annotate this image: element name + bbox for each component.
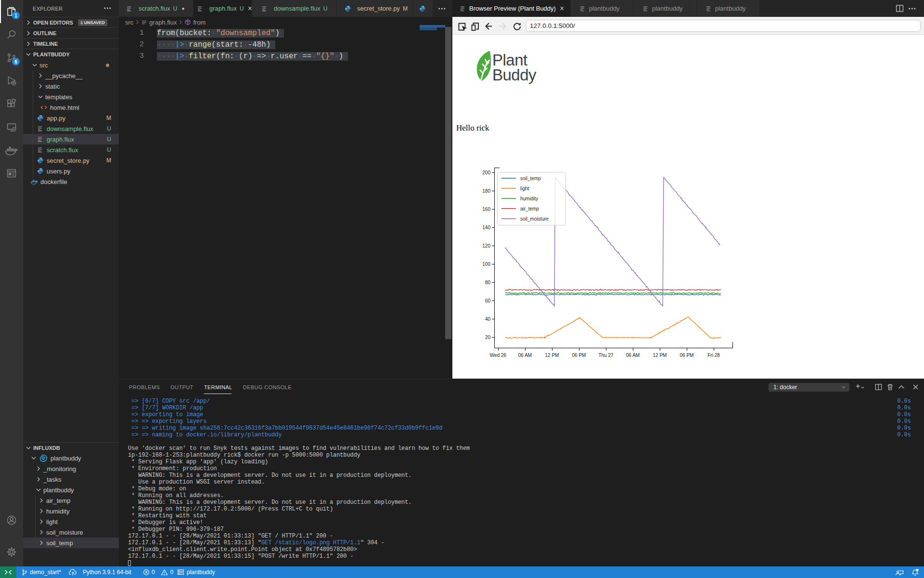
svg-text:200: 200: [482, 170, 490, 175]
svg-text:Thu 27: Thu 27: [598, 353, 614, 358]
svg-text:06 AM: 06 AM: [518, 353, 532, 358]
svg-text:06 PM: 06 PM: [572, 353, 586, 358]
svg-text:soil_moisture: soil_moisture: [520, 216, 549, 222]
svg-text:100: 100: [482, 262, 490, 267]
svg-text:140: 140: [482, 225, 490, 230]
svg-text:air_temp: air_temp: [520, 206, 539, 211]
svg-text:40: 40: [485, 316, 491, 322]
svg-text:06 PM: 06 PM: [680, 353, 694, 358]
svg-text:60: 60: [485, 298, 491, 303]
svg-text:20: 20: [485, 335, 491, 340]
svg-text:12 PM: 12 PM: [653, 353, 667, 358]
svg-text:180: 180: [482, 188, 490, 194]
svg-text:12 PM: 12 PM: [545, 353, 559, 358]
svg-text:06 AM: 06 AM: [626, 353, 640, 358]
svg-text:humidity: humidity: [520, 196, 538, 201]
svg-text:120: 120: [482, 243, 490, 249]
svg-text:80: 80: [485, 280, 491, 285]
svg-text:160: 160: [482, 207, 490, 212]
svg-text:Wed 26: Wed 26: [490, 353, 507, 358]
svg-text:light: light: [520, 186, 529, 191]
svg-text:soil_temp: soil_temp: [520, 176, 541, 181]
svg-text:Fri 28: Fri 28: [707, 353, 720, 358]
